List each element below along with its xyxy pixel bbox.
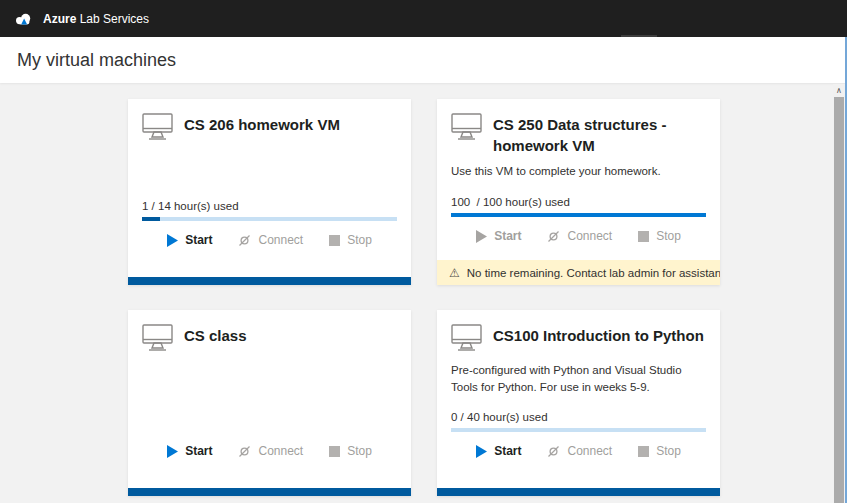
scroll-up-arrow-icon[interactable]: ∧ [833,84,845,97]
connect-label: Connect [258,233,303,247]
plug-connect-icon [547,230,560,243]
stop-button[interactable]: Stop [629,229,690,243]
topbar-highlight [621,35,657,37]
card-actions: Start Connect Stop [437,442,720,460]
card-accent-bar [128,488,411,496]
card-header: CS 250 Data structures - homework VM [437,99,720,156]
play-icon [476,445,487,458]
stop-label: Stop [656,444,681,458]
card-actions: Start Connect Stop [128,231,411,249]
warning-triangle-icon: ⚠ [449,267,460,279]
vm-description: Use this VM to complete your homework. [437,156,720,180]
stop-square-icon [329,235,340,246]
vm-card-cs206: CS 206 homework VM 1 / 14 hour(s) used S… [128,99,411,285]
stop-button[interactable]: Stop [320,233,381,247]
vm-card-cs250: CS 250 Data structures - homework VM Use… [437,99,720,285]
play-icon [167,445,178,458]
brand-title: Azure Lab Services [43,12,149,26]
plug-connect-icon [238,445,251,458]
azure-cloud-logo-icon [14,12,33,26]
top-app-bar: Azure Lab Services [0,0,847,37]
start-button[interactable]: Start [158,444,221,458]
stop-square-icon [638,446,649,457]
card-accent-bar [128,277,411,285]
usage-progress-bar [142,217,397,221]
usage-text: 0 / 40 hour(s) used [451,411,706,423]
stop-label: Stop [347,233,372,247]
play-icon [476,230,487,243]
start-label: Start [185,444,212,458]
card-actions: Start Connect Stop [128,442,411,460]
plug-connect-icon [238,234,251,247]
vm-title: CS100 Introduction to Python [493,323,704,346]
no-time-warning-banner: ⚠ No time remaining. Contact lab admin f… [437,260,720,285]
card-header: CS class [128,310,411,355]
connect-button[interactable]: Connect [538,444,621,458]
vm-description: Pre-configured with Python and Visual St… [437,355,720,397]
usage-progress-fill [451,213,706,217]
stop-button[interactable]: Stop [320,444,381,458]
card-header: CS100 Introduction to Python [437,310,720,355]
stop-label: Stop [347,444,372,458]
start-label: Start [185,233,212,247]
start-label: Start [494,444,521,458]
card-accent-bar [437,488,720,496]
start-button[interactable]: Start [467,229,530,243]
vm-monitor-icon [451,324,483,355]
vm-title: CS 206 homework VM [184,112,340,135]
card-actions: Start Connect Stop [437,227,720,245]
usage-text: 100 / 100 hour(s) used [451,196,706,208]
start-label: Start [494,229,521,243]
usage-section: 100 / 100 hour(s) used [437,196,720,217]
vm-monitor-icon [142,113,174,144]
usage-progress-bar [451,213,706,217]
plug-connect-icon [547,445,560,458]
vm-monitor-icon [142,324,174,355]
vm-card-cs100: CS100 Introduction to Python Pre-configu… [437,310,720,496]
connect-label: Connect [258,444,303,458]
content-area: CS 206 homework VM 1 / 14 hour(s) used S… [0,83,847,503]
play-icon [167,234,178,247]
usage-progress-bar [451,428,706,432]
start-button[interactable]: Start [467,444,530,458]
vm-title: CS 250 Data structures - homework VM [493,112,706,156]
start-button[interactable]: Start [158,233,221,247]
warning-text: No time remaining. Contact lab admin for… [467,267,720,279]
scrollbar[interactable]: ∧ [833,84,845,503]
stop-square-icon [329,446,340,457]
page-header: My virtual machines [0,37,847,83]
azure-lab-services-page: Azure Lab Services My virtual machines [0,0,847,503]
usage-section: 0 / 40 hour(s) used [437,411,720,432]
vm-card-grid: CS 206 homework VM 1 / 14 hour(s) used S… [128,99,720,496]
connect-button[interactable]: Connect [538,229,621,243]
vm-title: CS class [184,323,247,346]
brand-bold: Azure [43,12,76,26]
usage-progress-fill [142,217,160,221]
connect-button[interactable]: Connect [229,233,312,247]
stop-square-icon [638,231,649,242]
vm-card-csclass: CS class Start Connect Stop [128,310,411,496]
stop-button[interactable]: Stop [629,444,690,458]
usage-section: 1 / 14 hour(s) used [128,200,411,221]
usage-text: 1 / 14 hour(s) used [142,200,397,212]
page-title: My virtual machines [17,50,176,71]
card-header: CS 206 homework VM [128,99,411,144]
connect-button[interactable]: Connect [229,444,312,458]
connect-label: Connect [567,444,612,458]
connect-label: Connect [567,229,612,243]
brand-rest: Lab Services [76,12,149,26]
vm-monitor-icon [451,113,483,144]
stop-label: Stop [656,229,681,243]
scrollbar-thumb[interactable] [834,97,844,503]
